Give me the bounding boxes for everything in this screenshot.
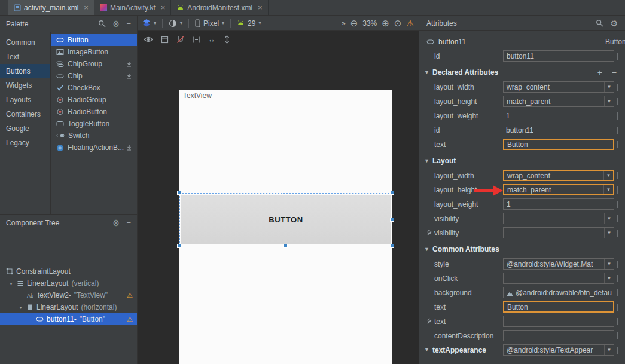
layout-height-combo[interactable]: match_parent▼ — [503, 184, 614, 195]
section-caret-icon: ▼ — [424, 69, 429, 75]
background-field[interactable]: @android:drawable/btn_defau — [503, 287, 614, 298]
zoom-in-icon[interactable]: ⊕ — [382, 19, 389, 27]
id-field[interactable]: button11 — [503, 50, 614, 62]
palette-item-switch[interactable]: Switch — [51, 130, 137, 142]
category-layouts[interactable]: Layouts — [0, 93, 50, 107]
palette-item-imagebutton[interactable]: ImageButton — [51, 46, 137, 58]
search-icon[interactable] — [98, 20, 106, 27]
warnings-icon[interactable]: ⚠ — [406, 19, 414, 27]
close-tab-icon[interactable]: × — [84, 4, 89, 11]
close-tab-icon[interactable]: × — [258, 4, 263, 11]
resize-handle-bottom-left[interactable] — [177, 244, 181, 248]
infer-constraints-icon[interactable] — [223, 35, 231, 44]
warning-icon: ⚠ — [127, 316, 133, 323]
palette-item-chipgroup[interactable]: ChipGroup — [51, 58, 137, 70]
visibility-combo[interactable]: ▼ — [503, 213, 614, 224]
layout-width-combo[interactable]: wrap_content▼ — [503, 81, 614, 93]
tab-activity-main-xml[interactable]: activity_main.xml × — [8, 0, 94, 15]
attr-label: text — [434, 317, 446, 326]
field-value: 1 — [507, 200, 511, 209]
category-buttons[interactable]: Buttons — [0, 64, 50, 78]
tree-item-constraintlayout[interactable]: ConstraintLayout — [0, 265, 137, 277]
api-level-selector[interactable]: 29 — [248, 19, 255, 27]
close-tab-icon[interactable]: × — [161, 4, 166, 11]
category-text[interactable]: Text — [0, 50, 50, 64]
autoconnect-magnet-icon[interactable] — [176, 35, 185, 44]
textview-icon: Ab — [26, 292, 35, 299]
chevron-down-icon[interactable]: ▾ — [222, 20, 224, 26]
field-value[interactable]: button11 — [506, 126, 533, 134]
expander-icon[interactable]: ▾ — [18, 305, 23, 310]
text-field[interactable]: Button — [503, 301, 614, 313]
category-common[interactable]: Common — [0, 35, 50, 50]
textappearance-combo[interactable]: @android:style/TextAppear▼ — [503, 344, 614, 356]
tree-item-textview2[interactable]: Ab textView2- "TextView" ⚠ — [0, 289, 137, 301]
image-button-icon — [56, 48, 64, 56]
resize-handle-top-right[interactable] — [390, 191, 394, 195]
attr-row-id-declared: id button11 — [419, 123, 625, 137]
minimize-icon[interactable]: − — [126, 219, 131, 227]
gear-icon[interactable]: ⚙ — [112, 20, 120, 28]
device-selector[interactable]: Pixel — [203, 19, 219, 27]
add-attribute-icon[interactable]: + — [597, 68, 602, 77]
palette-item-radiobutton[interactable]: RadioButton — [51, 106, 137, 118]
tree-item-linearlayout-vertical[interactable]: ▾ LinearLayout (vertical) — [0, 277, 137, 289]
tree-item-linearlayout-horizontal[interactable]: ▾ LinearLayout (horizontal) — [0, 301, 137, 313]
chevron-down-icon[interactable]: ▾ — [154, 20, 156, 26]
onclick-combo[interactable]: ▼ — [503, 273, 614, 284]
minimize-icon[interactable]: − — [126, 20, 131, 27]
palette-item-label: RadioButton — [68, 108, 107, 116]
tab-mainactivity-kt[interactable]: MainActivity.kt × — [94, 0, 171, 15]
toggle-button-icon — [56, 120, 64, 127]
section-layout[interactable]: ▼ Layout — [419, 154, 625, 169]
style-combo[interactable]: @android:style/Widget.Mat▼ — [503, 258, 614, 270]
expander-icon[interactable]: ▾ — [8, 281, 14, 286]
default-margins-icon[interactable] — [193, 36, 200, 44]
resize-handle-bottom[interactable] — [283, 244, 288, 248]
gear-icon[interactable]: ⚙ — [112, 219, 120, 227]
section-caret-icon[interactable]: ▼ — [424, 347, 429, 353]
layout-width-combo[interactable]: wrap_content▼ — [503, 170, 614, 181]
canvas-button[interactable]: BUTTON — [181, 195, 391, 244]
section-common-attributes[interactable]: ▼ Common Attributes — [419, 243, 625, 257]
resize-handle-bottom-right[interactable] — [390, 244, 394, 248]
palette-item-chip[interactable]: Chip — [51, 70, 137, 82]
tab-androidmanifest-xml[interactable]: AndroidManifest.xml × — [171, 0, 268, 15]
row-tick — [617, 318, 618, 325]
section-declared-attributes[interactable]: ▼ Declared Attributes +− — [419, 66, 625, 80]
chevron-down-icon[interactable]: ▾ — [258, 20, 261, 26]
select-surface-icon[interactable] — [161, 36, 169, 44]
layout-height-combo[interactable]: match_parent▼ — [503, 96, 614, 107]
category-google[interactable]: Google — [0, 121, 50, 136]
palette-item-radiogroup[interactable]: RadioGroup — [51, 94, 137, 106]
category-legacy[interactable]: Legacy — [0, 136, 50, 150]
layout-weight-field[interactable]: 1 — [503, 198, 614, 210]
canvas-textview[interactable]: TextView — [183, 91, 212, 100]
palette-item-floatingactionbutton[interactable]: FloatingActionB... — [51, 142, 137, 154]
field-value[interactable]: 1 — [506, 112, 510, 120]
tools-text-field[interactable] — [503, 316, 614, 327]
view-options-eye-icon[interactable] — [144, 36, 153, 43]
zoom-out-icon[interactable]: ⊖ — [350, 19, 358, 27]
category-widgets[interactable]: Widgets — [0, 78, 50, 93]
category-containers[interactable]: Containers — [0, 107, 50, 121]
resize-handle-top-left[interactable] — [177, 191, 181, 195]
clear-constraints-icon[interactable]: ↔ — [208, 35, 215, 44]
tree-item-button11[interactable]: button11- "Button" ⚠ — [0, 313, 137, 325]
chevron-down-icon[interactable]: ▾ — [180, 20, 182, 26]
resize-handle-right[interactable] — [390, 218, 394, 222]
layers-icon[interactable] — [142, 19, 151, 27]
text-field[interactable]: Button — [503, 139, 614, 150]
palette-item-togglebutton[interactable]: ToggleButton — [51, 118, 137, 130]
attr-row-onclick: onClick ▼ — [419, 271, 625, 286]
tools-visibility-combo[interactable]: ▼ — [503, 227, 614, 238]
remove-attribute-icon[interactable]: − — [612, 68, 617, 77]
gear-icon[interactable]: ⚙ — [610, 19, 618, 27]
palette-item-checkbox[interactable]: CheckBox — [51, 82, 137, 94]
search-icon[interactable] — [596, 19, 603, 27]
content-description-field[interactable] — [503, 330, 614, 341]
blueprint-toggle-icon[interactable] — [169, 19, 177, 27]
zoom-to-fit-icon[interactable]: ⊙ — [394, 19, 402, 27]
overflow-chevrons-icon[interactable]: » — [342, 19, 346, 27]
palette-item-button[interactable]: Button — [51, 34, 137, 46]
